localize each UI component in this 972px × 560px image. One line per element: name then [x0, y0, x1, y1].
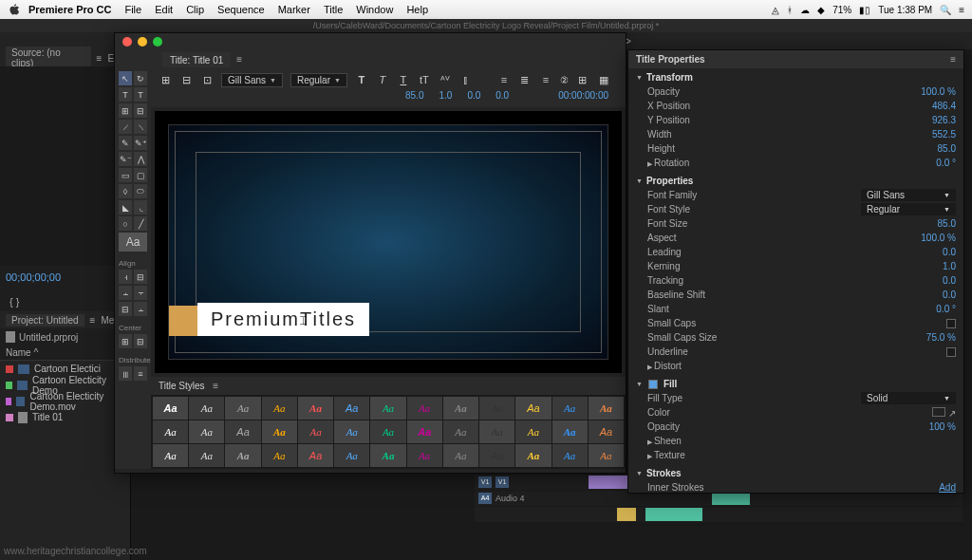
title-style-swatch[interactable]: Aa	[515, 444, 551, 467]
property-value[interactable]: Solid▼	[861, 392, 956, 404]
align-vcenter[interactable]: ⊟	[119, 302, 132, 316]
leading-value[interactable]: 0.0	[467, 90, 480, 101]
title-style-swatch[interactable]: Aa	[153, 420, 188, 443]
path-type-tool[interactable]: ⟋	[119, 120, 132, 134]
timeline-clip[interactable]	[712, 492, 750, 505]
wedge-tool[interactable]: ◣	[119, 200, 132, 215]
column-header-name[interactable]: Name ^	[0, 345, 130, 361]
title-style-swatch[interactable]: Aa	[552, 397, 588, 420]
font-style-dropdown[interactable]: Regular▼	[290, 73, 347, 87]
title-text-object[interactable]: PremiumTitles ⌶	[197, 303, 369, 336]
title-style-swatch[interactable]: Aa	[153, 444, 188, 467]
selection-tool[interactable]: ↖	[119, 71, 132, 85]
title-style-swatch[interactable]: Aa	[298, 397, 333, 420]
title-style-swatch[interactable]: Aa	[225, 444, 260, 467]
italic-icon[interactable]: T	[376, 73, 389, 86]
track-target-v1[interactable]: V1	[495, 476, 509, 488]
templates-icon[interactable]: ⊞	[159, 73, 172, 86]
align-hcenter[interactable]: ⊟	[134, 270, 147, 284]
title-style-swatch[interactable]: Aa	[407, 420, 442, 443]
title-style-swatch[interactable]: Aa	[479, 397, 514, 420]
align-right-icon[interactable]: ≡	[539, 73, 552, 86]
roll-crawl-icon[interactable]: ⊟	[179, 73, 193, 86]
property-value[interactable]: 0.0 °	[936, 158, 956, 168]
timeline-clip[interactable]	[645, 508, 702, 521]
title-style-swatch[interactable]: Aa	[479, 420, 514, 443]
fill-section[interactable]: ▼ Fill	[636, 377, 956, 391]
menu-marker[interactable]: Marker	[278, 4, 310, 15]
title-style-swatch[interactable]: Aa	[370, 397, 405, 420]
track-toggle-a4[interactable]: A4	[478, 493, 492, 504]
center-horizontal[interactable]: ⊞	[119, 334, 132, 348]
menu-sequence[interactable]: Sequence	[217, 4, 265, 15]
property-value[interactable]: 0.0	[943, 275, 956, 286]
property-value[interactable]: Add	[939, 482, 956, 493]
title-style-swatch[interactable]: Aa	[515, 420, 551, 443]
title-style-swatch[interactable]: Aa	[370, 444, 405, 467]
title-style-swatch[interactable]: Aa	[298, 420, 333, 443]
property-value[interactable]: 85.0	[938, 143, 956, 154]
pen-tool[interactable]: ✎	[119, 136, 132, 150]
property-value[interactable]: 85.0	[938, 218, 956, 229]
vertical-path-type-tool[interactable]: ⟍	[134, 120, 147, 134]
audio-track[interactable]	[475, 507, 963, 522]
kerning-value[interactable]: 1.0	[439, 90, 452, 101]
align-left[interactable]: ⫞	[119, 270, 132, 284]
search-icon[interactable]: 🔍	[940, 5, 951, 15]
menu-title[interactable]: Title	[324, 4, 343, 15]
underline-icon[interactable]: T	[397, 73, 410, 86]
strokes-section[interactable]: ▼Strokes	[636, 466, 956, 480]
title-style-swatch[interactable]: Aa	[225, 397, 260, 420]
leading-icon[interactable]: ⫿	[459, 73, 473, 86]
notifications-icon[interactable]: ≡	[959, 5, 964, 15]
property-value[interactable]: Gill Sans▼	[861, 189, 956, 201]
rounded-rect-tool[interactable]: ▢	[134, 168, 147, 182]
align-top[interactable]: ⫟	[134, 286, 147, 300]
tab-stops-icon[interactable]: ⊞	[576, 73, 589, 86]
rectangle-tool[interactable]: ▭	[119, 168, 132, 182]
menu-window[interactable]: Window	[356, 4, 393, 15]
canvas-timecode[interactable]: 00:00:00:00	[558, 90, 618, 101]
align-right[interactable]: ⫠	[119, 286, 132, 300]
title-style-swatch[interactable]: Aa	[589, 397, 624, 420]
font-family-dropdown[interactable]: Gill Sans▼	[221, 73, 283, 87]
distribute-v[interactable]: ≡	[134, 366, 147, 381]
panel-menu-icon[interactable]: ≡	[90, 315, 96, 326]
source-timecode[interactable]: 00;00;00;00	[0, 266, 130, 292]
panel-menu-icon[interactable]: ≡	[236, 54, 242, 65]
title-styles-header[interactable]: Title Styles ≡	[151, 377, 626, 395]
menu-edit[interactable]: Edit	[155, 4, 173, 15]
title-style-swatch[interactable]: Aa	[225, 420, 260, 443]
fill-checkbox[interactable]	[648, 380, 658, 389]
title-style-swatch[interactable]: Aa	[262, 444, 297, 467]
title-style-swatch[interactable]: Aa	[443, 420, 478, 443]
property-value[interactable]: ↗	[932, 407, 956, 419]
line-tool[interactable]: ╱	[134, 216, 147, 231]
title-style-swatch[interactable]: Aa	[334, 420, 369, 443]
title-style-swatch[interactable]: Aa	[298, 444, 333, 467]
title-style-swatch[interactable]: Aa	[443, 444, 478, 467]
menu-file[interactable]: File	[124, 4, 141, 15]
track-toggle-v1[interactable]: V1	[478, 476, 492, 488]
panel-menu-icon[interactable]: ≡	[97, 53, 103, 64]
project-file-row[interactable]: Untitled.prproj	[0, 328, 130, 345]
font-size-value[interactable]: 85.0	[405, 90, 423, 101]
align-left-icon[interactable]: ≡	[497, 73, 511, 86]
property-value[interactable]: 0.0 °	[936, 304, 956, 314]
title-style-swatch[interactable]: Aa	[589, 420, 624, 443]
title-style-swatch[interactable]: Aa	[407, 397, 442, 420]
title-style-swatch[interactable]: Aa	[443, 397, 478, 420]
title-style-swatch[interactable]: Aa	[262, 397, 297, 420]
property-value[interactable]: 100 %	[929, 421, 956, 432]
property-value[interactable]	[946, 319, 956, 328]
area-type-tool[interactable]: ⊞	[119, 103, 132, 118]
bin-item[interactable]: Title 01	[0, 409, 130, 425]
clipped-rect-tool[interactable]: ◊	[119, 184, 132, 198]
transform-section[interactable]: ▼Transform	[636, 70, 956, 84]
property-value[interactable]: 0.0	[943, 289, 956, 300]
title-style-swatch[interactable]: Aa	[589, 444, 624, 467]
ellipse-tool[interactable]: ○	[119, 216, 132, 231]
show-video-icon[interactable]: ▦	[597, 73, 610, 86]
panel-menu-icon[interactable]: ≡	[950, 54, 956, 65]
rounded-rect-tool-2[interactable]: ⬭	[134, 184, 147, 198]
